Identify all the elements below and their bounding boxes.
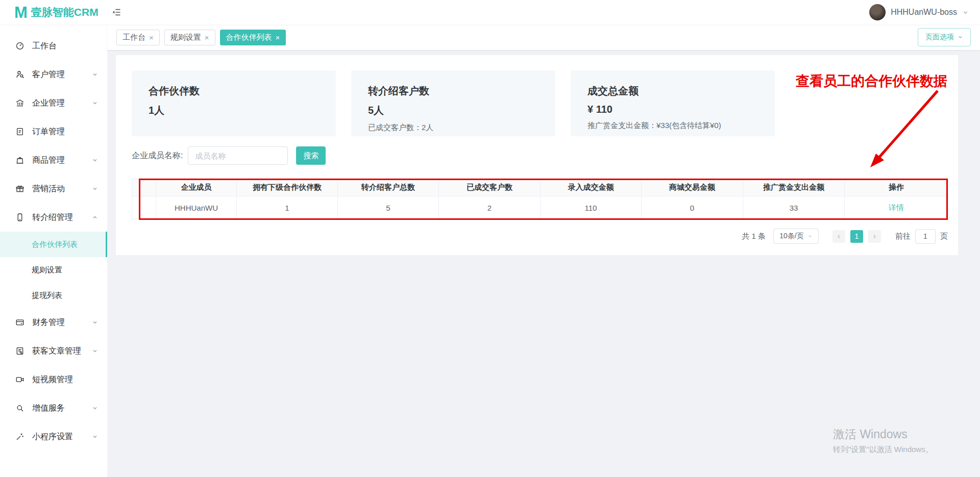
table-header-empty (132, 179, 156, 196)
sidebar-item-label: 增值服务 (32, 403, 65, 414)
sidebar-item-products[interactable]: 商品管理 (0, 146, 107, 174)
sidebar-item-customers[interactable]: 客户管理 (0, 60, 107, 89)
sidebar-item-orders[interactable]: 订单管理 (0, 117, 107, 146)
user-name: HHHUanWU-boss (891, 8, 957, 17)
sidebar-item-value-added[interactable]: 增值服务 (0, 394, 107, 422)
gift-icon (15, 184, 24, 193)
stat-value: 5人 (368, 104, 555, 117)
page-options-button[interactable]: 页面选项 (918, 28, 971, 46)
sidebar-item-miniprogram[interactable]: 小程序设置 (0, 422, 107, 451)
user-menu[interactable]: HHHUanWU-boss (869, 4, 980, 20)
sidebar-item-marketing[interactable]: 营销活动 (0, 174, 107, 203)
brand: M 壹脉智能CRM (0, 5, 107, 20)
search-label: 企业成员名称: (132, 150, 183, 161)
sidebar-collapse-icon[interactable] (111, 7, 121, 17)
stat-card-partner-count: 合作伙伴数 1人 (132, 70, 336, 136)
prev-page-button[interactable]: ‹ (832, 230, 845, 243)
table-header: 操作 (845, 179, 948, 196)
sidebar-item-short-video[interactable]: 短视频管理 (0, 365, 107, 394)
table-header: 转介绍客户总数 (338, 179, 439, 196)
stat-card-referred-customers: 转介绍客户数 5人 已成交客户数：2人 (351, 70, 555, 136)
chevron-down-icon (962, 9, 969, 16)
chevron-down-icon (92, 71, 98, 78)
chevron-down-icon (92, 434, 98, 440)
pagination: 共 1 条 10条/页 ‹ 1 › 前往 页 (132, 229, 948, 244)
user-avatar[interactable] (869, 4, 886, 20)
table-cell-sub-partners: 1 (237, 196, 338, 219)
search-button[interactable]: 搜索 (296, 146, 326, 165)
tab-bar: 工作台 × 规则设置 × 合作伙伴列表 × 页面选项 (107, 24, 980, 50)
close-icon[interactable]: × (205, 34, 209, 41)
next-page-button[interactable]: › (868, 230, 881, 243)
sidebar-item-workbench[interactable]: 工作台 (0, 32, 107, 60)
table-header: 企业成员 (156, 179, 237, 196)
partner-table: 企业成员 拥有下级合作伙伴数 转介绍客户总数 已成交客户数 录入成交金额 商城交… (132, 179, 948, 219)
sidebar-subitem-label: 规则设置 (32, 265, 62, 275)
close-icon[interactable]: × (276, 34, 280, 41)
tab-partner-list[interactable]: 合作伙伴列表 × (220, 30, 286, 45)
watermark-line2: 转到"设置"以激活 Windows。 (833, 445, 933, 455)
sidebar-item-label: 商品管理 (32, 155, 65, 166)
windows-activation-watermark: 激活 Windows 转到"设置"以激活 Windows。 (833, 426, 933, 455)
chevron-down-icon (807, 234, 813, 239)
video-camera-icon (15, 375, 24, 384)
table-cell-empty (132, 196, 156, 219)
table-cell-closed-customers: 2 (439, 196, 541, 219)
sidebar-subitem-withdraw-list[interactable]: 提现列表 (0, 283, 107, 308)
page-size-select[interactable]: 10条/页 (773, 229, 819, 244)
partner-panel: 合作伙伴数 1人 转介绍客户数 5人 已成交客户数：2人 成交总金额 ¥ 110… (116, 55, 958, 255)
stat-value: 1人 (149, 104, 336, 117)
search-row: 企业成员名称: 搜索 (132, 146, 958, 165)
tab-workbench[interactable]: 工作台 × (116, 30, 160, 45)
sidebar-item-label: 工作台 (32, 41, 57, 52)
chevron-down-icon (958, 33, 963, 41)
table-row: HHHUanWU 1 5 2 110 0 33 详情 (132, 196, 948, 219)
stat-value: ¥ 110 (587, 104, 775, 115)
table-cell-entered-amount: 110 (541, 196, 642, 219)
chevron-down-icon (92, 405, 98, 411)
member-name-input[interactable] (188, 146, 288, 165)
sidebar-item-enterprise[interactable]: 企业管理 (0, 89, 107, 117)
table-cell-commission: 33 (743, 196, 845, 219)
table-header: 拥有下级合作伙伴数 (237, 179, 338, 196)
sidebar-subitem-partner-list[interactable]: 合作伙伴列表 (0, 232, 107, 257)
sidebar-item-finance[interactable]: 财务管理 (0, 308, 107, 337)
detail-link[interactable]: 详情 (889, 203, 904, 212)
stat-subtext: 推广赏金支出金额：¥33(包含待结算¥0) (587, 121, 775, 131)
page-number-button[interactable]: 1 (850, 230, 863, 243)
stat-title: 合作伙伴数 (149, 84, 336, 98)
stat-title: 成交总金额 (587, 84, 775, 98)
sidebar-item-label: 转介绍管理 (32, 212, 73, 223)
tab-label: 合作伙伴列表 (226, 33, 272, 42)
sidebar-subitem-label: 合作伙伴列表 (32, 240, 78, 249)
sidebar-item-label: 企业管理 (32, 98, 65, 109)
sidebar-item-articles[interactable]: 获客文章管理 (0, 337, 107, 365)
sidebar-item-referral[interactable]: 转介绍管理 (0, 203, 107, 232)
article-icon (15, 346, 24, 356)
stat-title: 转介绍客户数 (368, 84, 555, 98)
top-header: M 壹脉智能CRM HHHUanWU-boss (0, 0, 980, 24)
close-icon[interactable]: × (149, 34, 154, 41)
table-cell-referred-total: 5 (338, 196, 439, 219)
chevron-down-icon (92, 186, 98, 192)
goto-label: 前往 (895, 232, 911, 241)
tab-rule-settings[interactable]: 规则设置 × (164, 30, 215, 45)
table-cell-mall-amount: 0 (642, 196, 743, 219)
chevron-down-icon (92, 157, 98, 163)
tab-label: 规则设置 (170, 33, 201, 42)
table-cell-member: HHHUanWU (156, 196, 237, 219)
mobile-phone-icon (15, 213, 24, 222)
table-header: 录入成交金额 (541, 179, 642, 196)
sidebar-item-label: 获客文章管理 (32, 346, 81, 357)
bank-card-icon (15, 318, 24, 327)
page-options-label: 页面选项 (925, 33, 954, 42)
dashboard-icon (15, 41, 24, 51)
sidebar-item-label: 订单管理 (32, 127, 65, 137)
sidebar: 工作台 客户管理 企业管理 订单管理 商品管理 营销活动 (0, 24, 107, 477)
tab-label: 工作台 (122, 33, 145, 42)
magnifier-icon (15, 404, 24, 413)
goto-page-input[interactable] (915, 229, 936, 244)
sidebar-item-label: 小程序设置 (32, 432, 73, 442)
annotation-text: 查看员工的合作伙伴数据 (796, 72, 947, 90)
sidebar-subitem-rule-settings[interactable]: 规则设置 (0, 257, 107, 283)
